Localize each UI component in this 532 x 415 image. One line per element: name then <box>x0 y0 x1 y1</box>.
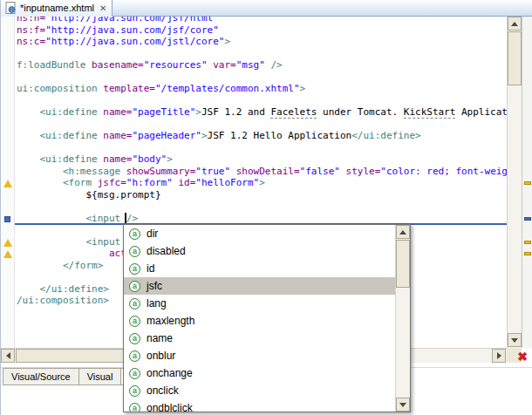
attribute-proposal-icon: a <box>129 350 140 362</box>
code-token: <input /> <box>17 213 138 224</box>
autocomplete-item[interactable]: amaxlength <box>124 312 395 330</box>
popup-scroll-up-button[interactable] <box>396 225 410 239</box>
warning-marker-icon[interactable] <box>3 180 12 187</box>
autocomplete-item[interactable]: aondblclick <box>124 399 395 412</box>
code-token: KickStart <box>404 106 456 119</box>
code-token: id= <box>178 177 195 188</box>
code-token: "helloForm" <box>195 177 259 188</box>
popup-scroll-thumb[interactable] <box>396 240 410 288</box>
tab-title: *inputname.xhtml <box>20 3 94 13</box>
overview-warning-mark[interactable] <box>524 181 531 185</box>
scroll-right-button[interactable] <box>492 349 506 363</box>
warning-marker-icon[interactable] <box>3 239 12 247</box>
code-line: <ui:define name="pageTitle">JSF 1.2 and … <box>17 106 507 119</box>
code-token: ns:f= <box>17 24 45 36</box>
code-line <box>17 71 507 84</box>
left-arrow-icon <box>6 352 10 359</box>
autocomplete-item[interactable]: aonchange <box>124 364 395 382</box>
code-token: JSF 1.2 and <box>201 106 270 118</box>
autocomplete-item-label: onclick <box>147 384 179 397</box>
autocomplete-item-label: id <box>147 262 154 275</box>
attribute-proposal-icon: a <box>129 298 140 310</box>
code-token: name= <box>103 106 132 118</box>
autocomplete-item-label: disabled <box>147 245 186 257</box>
code-line <box>17 119 507 131</box>
autocomplete-item[interactable]: ajsfc <box>124 277 395 295</box>
autocomplete-item-label: jsfc <box>147 280 162 292</box>
autocomplete-item-label: maxlength <box>147 315 194 327</box>
autocomplete-item[interactable]: adisabled <box>124 242 395 260</box>
overview-ruler <box>522 17 532 348</box>
scroll-up-button[interactable] <box>508 17 522 31</box>
code-token: "resources" <box>144 59 208 71</box>
text-caret <box>125 213 126 223</box>
code-token: "pageTitle" <box>132 106 195 118</box>
attribute-proposal-icon: a <box>129 403 140 412</box>
warning-marker-icon[interactable] <box>3 250 12 258</box>
editor-tab-bar: *inputname.xhtml ✕ <box>1 0 532 17</box>
code-token: showSummary= <box>126 166 195 177</box>
code-token <box>230 166 236 177</box>
overview-warning-mark[interactable] <box>524 241 531 244</box>
popup-scrollbar[interactable] <box>395 225 410 412</box>
overview-warning-mark[interactable] <box>524 252 531 255</box>
code-token: <ui:define <box>17 130 103 141</box>
autocomplete-item-label: lang <box>147 297 167 310</box>
code-token: <ui:define <box>17 106 103 118</box>
down-arrow-icon <box>399 403 406 407</box>
autocomplete-item[interactable]: adir <box>124 225 395 242</box>
code-token: <form <box>17 177 98 188</box>
xhtml-file-icon <box>5 2 17 14</box>
code-token: ui:composition <box>17 83 103 94</box>
attribute-proposal-icon: a <box>129 368 140 379</box>
code-token: <ui:define <box>17 153 103 165</box>
view-tab-visual-source[interactable]: Visual/Source <box>3 368 79 385</box>
error-indicator[interactable]: ✖ <box>514 349 531 364</box>
editor-tab[interactable]: *inputname.xhtml ✕ <box>1 0 113 17</box>
tab-close-icon[interactable]: ✕ <box>99 3 106 13</box>
autocomplete-item-label: dir <box>147 228 158 240</box>
code-token: ${msg.prompt} <box>17 189 161 201</box>
autocomplete-item[interactable]: aonclick <box>124 382 395 399</box>
autocomplete-item[interactable]: aonblur <box>124 347 395 364</box>
autocomplete-list: adiradisabledaidajsfcalangamaxlengthanam… <box>124 225 395 412</box>
code-line: <ui:define name="pageHeader">JSF 1.2 Hel… <box>17 130 507 142</box>
code-token: "http://java.sun.com/jsf/core" <box>45 24 219 36</box>
code-token: /> <box>265 59 283 71</box>
attribute-proposal-icon: a <box>129 385 140 397</box>
autocomplete-item-label: ondblclick <box>147 402 193 412</box>
scroll-left-button[interactable] <box>1 349 15 363</box>
scroll-down-button[interactable] <box>508 333 522 347</box>
error-x-icon: ✖ <box>517 350 528 364</box>
code-token: "true" <box>195 166 230 177</box>
view-tab-visual[interactable]: Visual <box>78 368 122 385</box>
code-line <box>17 95 507 107</box>
code-line: ${msg.prompt} <box>17 189 507 201</box>
code-token: </ui:define> <box>351 130 420 141</box>
popup-scroll-down-button[interactable] <box>396 398 410 412</box>
code-line: ns:h="http://java.sun.com/jsf/html" <box>17 17 507 24</box>
code-token: > <box>259 177 265 188</box>
code-token: <h:message <box>17 166 126 177</box>
autocomplete-item[interactable]: aname <box>124 330 395 347</box>
code-token <box>340 166 346 177</box>
vertical-scroll-thumb[interactable] <box>508 31 522 85</box>
code-line: ns:f="http://java.sun.com/jsf/core" <box>17 24 507 37</box>
autocomplete-item[interactable]: alang <box>124 295 395 312</box>
code-line: <input /> <box>17 213 507 225</box>
current-line-marker-icon[interactable] <box>4 216 10 222</box>
code-token: > <box>195 106 201 118</box>
vertical-scrollbar[interactable] <box>507 17 522 348</box>
code-token: name= <box>103 130 132 141</box>
code-token: > <box>167 153 173 165</box>
code-token: Application <box>455 106 507 118</box>
overview-current-mark[interactable] <box>524 217 531 221</box>
code-line: ns:c="http://java.sun.com/jstl/core"> <box>17 36 507 48</box>
autocomplete-item[interactable]: aid <box>124 260 395 277</box>
code-token: jsfc= <box>98 177 126 188</box>
code-token: > <box>201 130 208 141</box>
up-arrow-icon <box>399 230 406 235</box>
code-token: ns:h= <box>17 17 45 24</box>
code-token: > <box>300 83 306 94</box>
code-token: "msg" <box>236 59 265 71</box>
